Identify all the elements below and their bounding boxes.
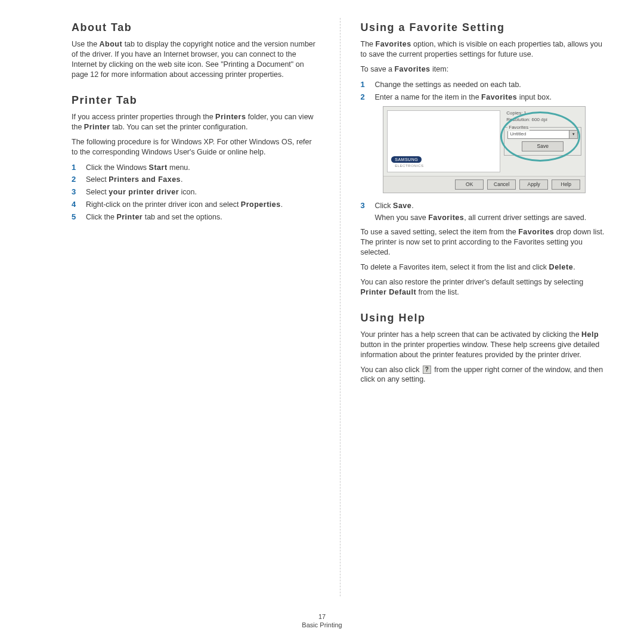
- favorites-input[interactable]: Untitled: [507, 130, 569, 139]
- left-column: About Tab Use the About tab to display t…: [72, 18, 320, 596]
- properties-screenshot: SAMSUNG ELECTRONICS Copies: 1 Resolution…: [383, 106, 586, 193]
- step-text: Select Printers and Faxes.: [86, 175, 320, 185]
- save-button[interactable]: Save: [522, 141, 564, 151]
- step-text: Enter a name for the item in the Favorit…: [375, 92, 609, 103]
- fav-step3-sub: When you save Favorites, all current dri…: [375, 213, 609, 223]
- dialog-button-row: OK Cancel Apply Help: [383, 176, 585, 193]
- favorites-group: Favorites Untitled ▼ Save: [504, 127, 581, 156]
- fav-steps-top: 1Change the settings as needed on each t…: [361, 79, 609, 103]
- details-pane: Copies: 1 Resolution: 600 dpi Favorites …: [504, 110, 581, 172]
- step-text: Right-click on the printer driver icon a…: [86, 200, 320, 210]
- step-text: Change the settings as needed on each ta…: [375, 80, 609, 90]
- apply-button[interactable]: Apply: [519, 179, 548, 190]
- step-text: Click Save.: [375, 201, 609, 211]
- section-name: Basic Printing: [0, 621, 644, 628]
- help-p1: Your printer has a help screen that can …: [361, 330, 609, 360]
- about-heading: About Tab: [72, 20, 320, 35]
- step-number: 3: [72, 187, 79, 197]
- column-divider: [340, 18, 340, 596]
- favorites-legend: Favorites: [507, 125, 530, 131]
- ok-button[interactable]: OK: [455, 179, 484, 190]
- fav-p1: The Favorites option, which is visible o…: [361, 39, 609, 60]
- copies-info: Copies: 1: [504, 110, 581, 117]
- printer-p1: If you access printer properties through…: [72, 112, 320, 132]
- screenshot-body: SAMSUNG ELECTRONICS Copies: 1 Resolution…: [383, 107, 585, 176]
- help-button[interactable]: Help: [552, 179, 580, 190]
- about-paragraph: Use the About tab to display the copyrig…: [72, 39, 320, 80]
- step-number: 1: [361, 79, 368, 90]
- right-column: Using a Favorite Setting The Favorites o…: [361, 18, 609, 596]
- cancel-button[interactable]: Cancel: [487, 179, 516, 190]
- chevron-down-icon[interactable]: ▼: [569, 130, 578, 139]
- resolution-info: Resolution: 600 dpi: [504, 117, 581, 123]
- favorite-heading: Using a Favorite Setting: [361, 20, 609, 35]
- step-number: 5: [72, 212, 79, 222]
- step-number: 1: [72, 162, 79, 173]
- question-icon[interactable]: ?: [423, 366, 431, 374]
- samsung-logo: SAMSUNG ELECTRONICS: [391, 156, 423, 168]
- page-number: 17: [0, 613, 644, 620]
- step-text: Click the Printer tab and set the option…: [86, 212, 320, 222]
- step-number: 4: [72, 199, 79, 210]
- fav-p5: You can also restore the printer driver'…: [361, 277, 609, 298]
- preview-pane: SAMSUNG ELECTRONICS: [387, 110, 500, 172]
- printer-steps: 1Click the Windows Start menu. 2Select P…: [72, 162, 320, 222]
- step-number: 2: [72, 174, 79, 185]
- fav-p4: To delete a Favorites item, select it fr…: [361, 262, 609, 273]
- step-number: 3: [361, 200, 368, 211]
- step-text: Select your printer driver icon.: [86, 187, 320, 197]
- printer-p2: The following procedure is for Windows X…: [72, 137, 320, 157]
- help-p2: You can also click ? from the upper righ…: [361, 365, 609, 385]
- favorites-combo[interactable]: Untitled ▼: [507, 130, 578, 139]
- fav-p2: To save a Favorites item:: [361, 64, 609, 75]
- printer-heading: Printer Tab: [72, 93, 320, 107]
- page-footer: 17 Basic Printing: [0, 613, 644, 628]
- fav-steps-bottom: 3Click Save.: [361, 200, 609, 211]
- fav-p3: To use a saved setting, select the item …: [361, 227, 609, 258]
- step-text: Click the Windows Start menu.: [86, 163, 320, 173]
- page-content: About Tab Use the About tab to display t…: [0, 0, 644, 596]
- help-heading: Using Help: [361, 311, 609, 325]
- step-number: 2: [361, 92, 368, 103]
